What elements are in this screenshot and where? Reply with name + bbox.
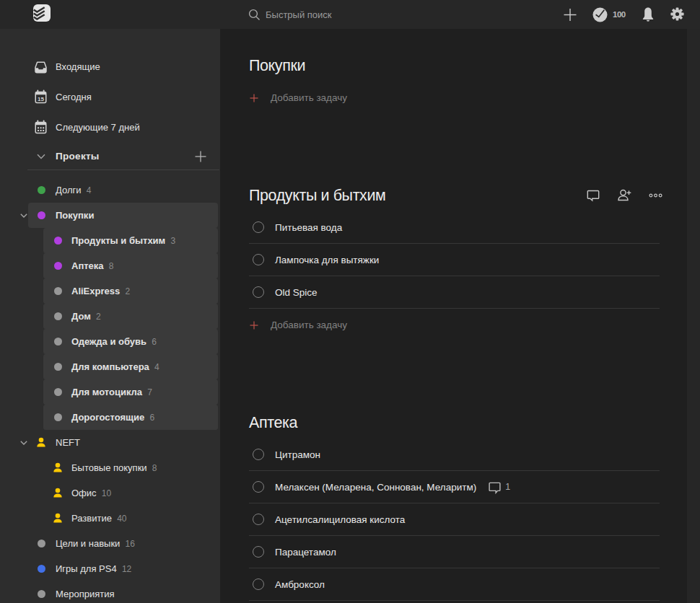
svg-text:15: 15 (38, 96, 44, 102)
